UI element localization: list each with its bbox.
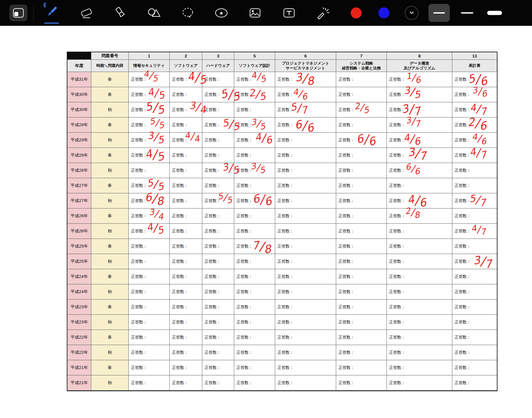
handwritten-score: 2/5 bbox=[354, 102, 369, 113]
pen-tool-button[interactable] bbox=[41, 2, 62, 24]
score-cell: 正答数： bbox=[202, 209, 234, 224]
score-label: 正答数： bbox=[236, 274, 253, 280]
score-label: 正答数： bbox=[172, 122, 188, 128]
shapes-tool-button[interactable] bbox=[146, 6, 162, 20]
score-cell: 正答数：3/5 bbox=[234, 117, 275, 133]
score-cell: 正答数： bbox=[336, 239, 387, 254]
score-label: 正答数： bbox=[338, 229, 355, 234]
score-cell: 正答数：6/8 bbox=[129, 193, 170, 209]
panel-position-button[interactable] bbox=[9, 5, 27, 21]
score-label: 正答数： bbox=[236, 335, 253, 340]
score-label: 正答数： bbox=[277, 365, 294, 371]
score-cell: 正答数： bbox=[129, 300, 170, 315]
color-blue-button[interactable] bbox=[378, 7, 389, 18]
note-canvas[interactable]: 問題番号 1 2 3 5 6 7 8 13 年度 時期＼問題内容 情報セキュリテ… bbox=[0, 26, 532, 418]
subject-header: データ構造 及びアルゴリズム bbox=[387, 60, 452, 72]
score-label: 正答数： bbox=[277, 335, 294, 340]
score-cell: 正答数： bbox=[275, 375, 336, 391]
score-cell: 正答数： bbox=[387, 224, 452, 239]
lasso-tool-button[interactable] bbox=[180, 6, 195, 20]
score-cell: 正答数： bbox=[234, 284, 275, 300]
handwritten-score: 3/6 bbox=[472, 85, 487, 97]
column-number-header: 5 bbox=[234, 52, 275, 60]
handwritten-score: 4/5 bbox=[147, 86, 165, 100]
row-season-label: 春 bbox=[91, 72, 129, 87]
score-cell: 正答数： bbox=[170, 300, 202, 315]
score-cell: 正答数： bbox=[275, 148, 336, 163]
stroke-width-thick-button[interactable] bbox=[487, 11, 502, 15]
score-cell: 正答数：4/5 bbox=[129, 72, 170, 87]
score-label: 正答数： bbox=[236, 259, 253, 264]
score-label: 正答数： bbox=[236, 153, 253, 158]
score-label: 正答数： bbox=[172, 153, 188, 158]
score-label: 正答数： bbox=[455, 380, 471, 386]
score-cell: 正答数：7/8 bbox=[234, 239, 275, 254]
row-year-label: 平成30年 bbox=[67, 87, 91, 102]
score-cell: 正答数： bbox=[275, 193, 336, 209]
eraser-tool-button[interactable] bbox=[79, 6, 94, 20]
score-cell: 正答数：4/6 bbox=[452, 133, 497, 148]
score-cell: 正答数： bbox=[202, 269, 234, 284]
row-season-label: 春 bbox=[91, 117, 129, 133]
photo-tool-button[interactable] bbox=[247, 6, 262, 20]
text-tool-button[interactable] bbox=[282, 6, 296, 20]
row-season-label: 秋 bbox=[91, 193, 129, 209]
handwritten-score: 2/5 bbox=[248, 87, 266, 101]
score-label: 正答数： bbox=[131, 153, 147, 158]
color-black-selected-button[interactable] bbox=[405, 6, 419, 20]
score-label: 正答数： bbox=[389, 274, 405, 280]
score-cell: 正答数： bbox=[452, 284, 497, 300]
score-cell: 正答数： bbox=[336, 209, 387, 224]
score-label: 正答数： bbox=[455, 259, 471, 264]
color-red-button[interactable] bbox=[351, 7, 362, 18]
score-label: 正答数： bbox=[389, 289, 405, 295]
score-cell: 正答数：3/5 bbox=[202, 163, 234, 178]
laser-pointer-tool-button[interactable] bbox=[315, 5, 330, 20]
score-label: 正答数： bbox=[277, 183, 294, 189]
score-cell: 正答数：5/5 bbox=[129, 117, 170, 133]
score-cell: 正答数：2/5 bbox=[336, 102, 387, 117]
score-label: 正答数： bbox=[338, 92, 355, 97]
score-cell: 正答数： bbox=[275, 239, 336, 254]
pen-icon bbox=[45, 4, 59, 20]
stroke-width-selected-button[interactable] bbox=[428, 4, 450, 22]
score-cell: 正答数： bbox=[336, 163, 387, 178]
column-number-header: 13 bbox=[452, 52, 497, 60]
score-cell: 正答数：4/6 bbox=[275, 87, 336, 102]
handwritten-score: 3/7 bbox=[407, 146, 427, 161]
score-cell: 正答数： bbox=[170, 330, 202, 345]
row-season-label: 春 bbox=[91, 178, 129, 193]
score-cell: 正答数： bbox=[202, 148, 234, 163]
score-label: 正答数： bbox=[338, 259, 355, 264]
score-label: 正答数： bbox=[277, 77, 294, 82]
stroke-width-medium-button[interactable] bbox=[461, 12, 473, 14]
score-label: 正答数： bbox=[338, 335, 355, 340]
row-season-label: 春 bbox=[91, 269, 129, 284]
score-cell: 正答数： bbox=[234, 269, 275, 284]
score-label: 正答数： bbox=[131, 138, 147, 143]
highlighter-tool-button[interactable] bbox=[113, 5, 128, 20]
text-icon bbox=[282, 6, 296, 20]
score-cell: 正答数： bbox=[387, 239, 452, 254]
score-cell: 正答数： bbox=[129, 254, 170, 269]
score-label: 正答数： bbox=[205, 365, 221, 371]
score-label: 正答数： bbox=[205, 153, 221, 158]
row-season-label: 秋 bbox=[91, 375, 129, 391]
problem-number-header: 問題番号 bbox=[91, 52, 129, 60]
score-cell: 正答数： bbox=[170, 117, 202, 133]
score-cell: 正答数： bbox=[129, 239, 170, 254]
score-label: 正答数： bbox=[338, 198, 355, 204]
score-label: 正答数： bbox=[131, 380, 147, 386]
score-label: 正答数： bbox=[277, 274, 294, 280]
score-label: 正答数： bbox=[131, 122, 147, 128]
stamp-tool-button[interactable]: ★ bbox=[213, 6, 230, 20]
score-label: 正答数： bbox=[131, 107, 147, 113]
score-cell: 正答数：3/4 bbox=[170, 102, 202, 117]
score-label: 正答数： bbox=[389, 335, 405, 340]
score-label: 正答数： bbox=[338, 350, 355, 355]
row-year-label: 平成22年 bbox=[67, 345, 91, 360]
handwritten-score: 3/5 bbox=[250, 162, 265, 173]
score-cell: 正答数： bbox=[387, 254, 452, 269]
score-label: 正答数： bbox=[389, 198, 405, 204]
score-cell: 正答数： bbox=[452, 269, 497, 284]
